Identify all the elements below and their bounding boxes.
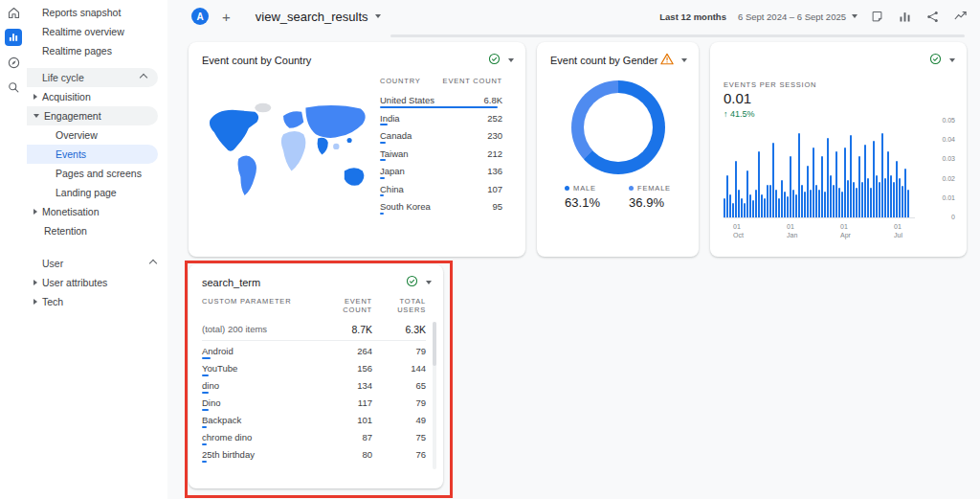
world-map[interactable] xyxy=(202,80,380,232)
sidebar-section-user[interactable]: User xyxy=(27,254,167,273)
explore-icon[interactable] xyxy=(0,50,27,75)
add-comparison-button[interactable]: + xyxy=(222,10,231,24)
sidebar-item-reports-snapshot[interactable]: Reports snapshot xyxy=(27,3,167,22)
eps-bar xyxy=(795,194,797,218)
y-axis: 0.05 0.04 0.03 0.02 0.01 0 xyxy=(942,117,955,220)
sidebar-item-realtime-pages[interactable]: Realtime pages xyxy=(27,41,167,60)
sidebar-item-engagement[interactable]: Engagement xyxy=(27,106,158,125)
param-users: 49 xyxy=(372,415,426,429)
reports-sidebar: Reports snapshot Realtime overview Realt… xyxy=(27,0,167,499)
param-name: dino xyxy=(202,380,313,395)
reports-active-indicator xyxy=(5,29,22,46)
total-label: (total) 200 items xyxy=(202,324,313,340)
app-rail xyxy=(0,0,27,499)
x-tick: 01Jan xyxy=(787,222,797,239)
sidebar-item-landing-page[interactable]: Landing page xyxy=(27,183,167,202)
param-count: 264 xyxy=(313,346,372,360)
sidebar-item-pages-and-screens[interactable]: Pages and screens xyxy=(27,164,167,183)
country-name: South Korea xyxy=(380,201,431,215)
sidebar-item-label: Pages and screens xyxy=(56,168,142,179)
scrollbar-thumb[interactable] xyxy=(433,322,436,366)
sidebar-item-events[interactable]: Events xyxy=(27,145,158,164)
sidebar-item-monetisation[interactable]: Monetisation xyxy=(27,202,167,221)
card-title: Event count by Gender xyxy=(550,55,658,66)
events-per-session-chart[interactable] xyxy=(724,124,915,218)
eps-bar xyxy=(810,190,812,217)
sidebar-item-overview[interactable]: Overview xyxy=(27,125,167,145)
data-quality-icon[interactable] xyxy=(488,52,501,69)
date-range-picker[interactable]: 6 Sept 2024 – 6 Sept 2025 xyxy=(738,11,858,22)
total-users: 6.3K xyxy=(372,324,426,340)
country-bar xyxy=(380,177,385,179)
gender-donut-chart[interactable] xyxy=(571,80,665,174)
report-title-dropdown[interactable]: view_search_results xyxy=(256,10,381,24)
sidebar-item-realtime-overview[interactable]: Realtime overview xyxy=(27,22,167,41)
table-row: Dino 117 79 xyxy=(202,395,426,412)
legend-label: FEMALE xyxy=(637,184,671,193)
insights-icon[interactable] xyxy=(952,9,969,25)
card-menu-icon[interactable] xyxy=(949,58,955,62)
param-users: 65 xyxy=(372,380,426,395)
eps-bar xyxy=(755,190,757,217)
column-header: COUNTRY xyxy=(380,77,421,85)
eps-bar xyxy=(904,169,906,217)
advertising-icon[interactable] xyxy=(0,75,27,100)
table-row: 25th birthday 80 76 xyxy=(202,446,426,464)
reports-icon[interactable] xyxy=(0,25,27,50)
share-icon[interactable] xyxy=(924,9,941,25)
date-range-label: 6 Sept 2024 – 6 Sept 2025 xyxy=(738,11,846,22)
eps-bar xyxy=(798,133,800,217)
eps-bar xyxy=(838,188,840,217)
y-tick: 0.03 xyxy=(942,155,955,162)
home-icon[interactable] xyxy=(0,0,27,25)
notes-icon[interactable] xyxy=(869,9,885,25)
section-label: Life cycle xyxy=(42,72,84,83)
metric-change-value: 41.5% xyxy=(730,109,755,119)
param-bar xyxy=(202,392,209,394)
table-row: China 107 xyxy=(380,180,502,198)
card-menu-icon[interactable] xyxy=(426,281,432,284)
eps-bar xyxy=(893,182,895,217)
sidebar-item-retention[interactable]: Retention xyxy=(27,221,167,240)
column-header: EVENT COUNT xyxy=(443,77,502,85)
table-row: chrome dino 87 75 xyxy=(202,429,426,446)
country-count: 136 xyxy=(487,166,502,180)
card-menu-icon[interactable] xyxy=(508,58,514,62)
eps-bar xyxy=(861,182,863,217)
y-tick: 0.02 xyxy=(942,175,955,182)
customise-report-icon[interactable] xyxy=(897,9,913,25)
card-menu-icon[interactable] xyxy=(681,58,687,62)
metric-value: 0.01 xyxy=(724,90,751,106)
sidebar-item-user-attributes[interactable]: User attributes xyxy=(27,273,167,292)
eps-bar xyxy=(749,194,751,218)
column-header: CUSTOM PARAMETER xyxy=(202,297,313,314)
eps-bar xyxy=(870,188,872,217)
data-quality-icon[interactable] xyxy=(929,52,942,69)
sidebar-item-label: Acquisition xyxy=(42,91,91,102)
eps-bar xyxy=(879,182,880,217)
horizontal-scrollbar[interactable] xyxy=(390,34,965,37)
param-bar xyxy=(202,357,211,359)
table-row: Canada 230 xyxy=(380,126,502,145)
vertical-scrollbar[interactable] xyxy=(433,322,436,469)
x-tick: 01Jul xyxy=(894,222,902,239)
eps-bar xyxy=(887,151,889,217)
param-bar xyxy=(202,461,207,463)
data-quality-icon[interactable] xyxy=(406,274,418,291)
sidebar-item-acquisition[interactable]: Acquisition xyxy=(27,87,167,106)
eps-bar xyxy=(867,178,869,217)
eps-bar xyxy=(772,143,774,217)
warning-icon[interactable] xyxy=(660,52,674,69)
sidebar-item-label: Tech xyxy=(42,296,63,307)
sidebar-item-label: Engagement xyxy=(44,110,101,122)
sidebar-item-tech[interactable]: Tech xyxy=(27,292,167,311)
sidebar-section-life-cycle[interactable]: Life cycle xyxy=(27,68,158,87)
male-dot-icon xyxy=(565,186,569,191)
y-tick: 0 xyxy=(942,214,955,220)
eps-bar xyxy=(815,185,817,217)
y-tick: 0.04 xyxy=(942,136,955,143)
total-row: (total) 200 items 8.7K 6.3K xyxy=(202,321,426,341)
eps-bar xyxy=(856,188,858,217)
avatar[interactable]: A xyxy=(191,8,209,25)
param-name: YouTube xyxy=(202,363,313,377)
